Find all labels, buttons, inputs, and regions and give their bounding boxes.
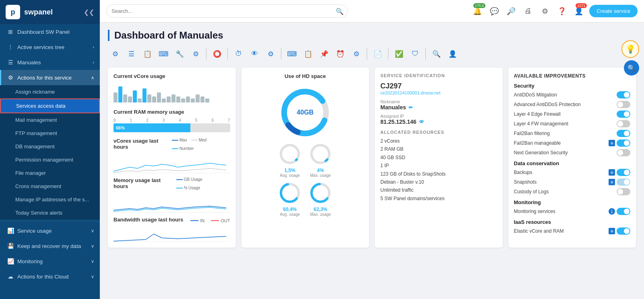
fail2ban-mgmt-grid-icon[interactable]: ⊞	[609, 140, 615, 146]
toolbar-icon-13[interactable]: ⏰	[333, 47, 347, 61]
toolbar-icon-8[interactable]: 👁	[247, 47, 262, 61]
fail2ban-toggle[interactable]	[617, 130, 630, 137]
toolbar-icon-5[interactable]: ⚙	[188, 47, 203, 61]
toolbar-icon-19[interactable]: 👤	[445, 47, 460, 61]
chevron-keep-recover-icon: ∨	[91, 244, 94, 249]
toolbar-icon-3[interactable]: ⌨	[156, 47, 171, 61]
max-sub: Max. usage	[310, 173, 331, 178]
topbar-notifications-icon[interactable]: 🔔 175,8	[471, 5, 484, 18]
vcore-bar	[147, 94, 151, 102]
avg2-label: 60,4%	[283, 207, 297, 212]
snapshots-toggle[interactable]	[617, 178, 630, 186]
ram-bar-bg: 66%	[114, 123, 230, 132]
sidebar-subitems: Assign nickname Services access data Mai…	[0, 85, 100, 219]
search-input[interactable]	[106, 4, 348, 18]
monitoring-svc-label: Monitoring services	[514, 209, 555, 214]
sidebar-label-monitoring: Monitoring	[17, 258, 43, 264]
sidebar-header: p swpanel ❮❮	[0, 0, 100, 24]
layer4-fw-toggle[interactable]	[617, 120, 630, 127]
backups-grid-icon[interactable]: ⊞	[609, 169, 615, 176]
topbar-search2-icon[interactable]: 🔎	[505, 5, 518, 18]
toolbar-icon-6[interactable]: ⭕	[210, 47, 224, 61]
sidebar-label-service-usage: Service usage	[17, 228, 52, 234]
toolbar-icon-7[interactable]: ⏱	[231, 47, 246, 61]
fail2ban-mgmt-toggle[interactable]	[617, 139, 630, 147]
subitem-assign-nickname[interactable]: Assign nickname	[0, 85, 100, 98]
subitem-today-alerts[interactable]: Today Service alerts	[0, 206, 100, 219]
small-donut-avg: 1,5% Avg. usage	[278, 142, 302, 178]
fail2ban-mgmt-label: Fail2Ban manageable	[514, 140, 561, 146]
legend-max: Max	[172, 138, 187, 142]
subitem-mail-management[interactable]: Mail management	[0, 113, 100, 127]
toolbar-icon-18[interactable]: 🔍	[429, 47, 444, 61]
subitem-manage-ip[interactable]: Manage IP addresses of the s...	[0, 193, 100, 206]
hd-space-card: Use of HD space 40GB	[242, 68, 369, 248]
toolbar-icon-12[interactable]: 📌	[317, 47, 331, 61]
snapshots-grid-icon[interactable]: ⊞	[609, 179, 615, 185]
collapse-button[interactable]: ❮❮	[84, 8, 94, 16]
advanced-ddos-toggle[interactable]	[617, 101, 630, 108]
custody-toggle[interactable]	[617, 188, 630, 195]
nextgen-toggle[interactable]	[617, 149, 630, 156]
view-ip-icon[interactable]: 👁	[419, 119, 424, 125]
sidebar-item-service-usage[interactable]: 📊 Service usage ∨	[0, 223, 100, 238]
search-wrap: 🔍	[106, 4, 348, 18]
hint-bulb-bubble[interactable]: 💡	[621, 40, 639, 58]
topbar-settings-icon[interactable]: ⚙	[539, 5, 551, 18]
chevron-right-manuales-icon: ›	[93, 60, 94, 65]
vcores-svg	[114, 153, 230, 173]
topbar-printer-icon[interactable]: 🖨	[522, 5, 535, 18]
elastic-grid-icon[interactable]: ⊞	[609, 228, 615, 234]
monitoring-svc-toggle[interactable]	[617, 208, 630, 215]
toolbar-icon-9[interactable]: ⚙	[263, 47, 278, 61]
search-bubble[interactable]: 🔍	[624, 60, 639, 76]
toolbar-icon-15[interactable]: 📄	[370, 47, 385, 61]
sidebar-item-actions-service[interactable]: ⚙ Actions for this service ∧	[0, 70, 100, 85]
actions-cloud-icon: ☁	[7, 273, 14, 280]
elastic-toggle[interactable]	[617, 227, 630, 235]
sidebar-item-dashboard[interactable]: ⊞ Dashboard SW Panel	[0, 24, 100, 39]
toolbar-icon-16[interactable]: ✅	[392, 47, 406, 61]
topbar-user-icon[interactable]: 👤 1271	[572, 5, 585, 18]
toolbar-icon-10[interactable]: ⌨	[285, 47, 299, 61]
subitem-crons-management[interactable]: Crons management	[0, 180, 100, 193]
toolbar-icon-2[interactable]: 📋	[140, 47, 155, 61]
subitem-services-access-data[interactable]: Services access data	[0, 98, 100, 113]
legend-med: Med	[191, 138, 206, 142]
subitem-permission-management[interactable]: Permission management	[0, 153, 100, 166]
advanced-ddos-toggle-wrap	[617, 101, 630, 108]
subitem-ftp-management[interactable]: FTP management	[0, 127, 100, 140]
antiddos-toggle[interactable]	[617, 91, 630, 98]
sidebar-item-monitoring[interactable]: 📈 Monitoring ∨	[0, 254, 100, 269]
topbar-help-icon[interactable]: ❓	[555, 5, 568, 18]
toolbar-icon-1[interactable]: ☰	[124, 47, 138, 61]
backups-toggle[interactable]	[617, 169, 630, 176]
sidebar-item-keep-recover[interactable]: 💾 Keep and recover my data ∨	[0, 238, 100, 254]
toolbar-separator-5	[388, 48, 388, 59]
alloc-item-5: Debian - Buster v.10	[380, 178, 497, 186]
bandwidth-svg	[114, 226, 230, 242]
main-area: 🔍 🔔 175,8 💬 🔎 🖨 ⚙ ❓ 👤 1271 Create servic…	[100, 0, 644, 299]
subitem-label-services-access-data: Services access data	[16, 103, 66, 109]
subitem-db-management[interactable]: DB management	[0, 140, 100, 153]
toolbar-icon-11[interactable]: 📋	[301, 47, 315, 61]
antiddos-toggle-wrap	[617, 91, 630, 98]
sidebar-item-active-services[interactable]: ⋮ Active services tree ›	[0, 39, 100, 55]
actions-service-icon: ⚙	[7, 74, 14, 81]
elastic-label: Elastic vCore and RAM	[514, 228, 564, 234]
topbar-messages-icon[interactable]: 💬	[488, 5, 501, 18]
toolbar-icon-17[interactable]: 🛡	[408, 47, 422, 61]
subitem-file-manager[interactable]: File manager	[0, 166, 100, 180]
toolbar-icon-14[interactable]: ⚙	[349, 47, 363, 61]
sidebar-item-manuales[interactable]: ☰ Manuales ›	[0, 55, 100, 70]
layer4-edge-toggle[interactable]	[617, 111, 630, 118]
service-id-domain: ce20220124100001.dnssw.net	[380, 90, 497, 95]
ram-title: Current RAM memory usage	[114, 109, 230, 115]
sidebar-item-actions-cloud[interactable]: ☁ Actions for this Cloud ∨	[0, 269, 100, 284]
active-services-icon: ⋮	[7, 44, 14, 50]
toolbar-icon-4[interactable]: 🔧	[172, 47, 187, 61]
create-service-button[interactable]: Create service	[589, 5, 638, 17]
toolbar-icon-0[interactable]: ⚙	[108, 47, 122, 61]
avail-title: AVAILABLE IMPROVEMENTS	[514, 73, 631, 79]
edit-nickname-icon[interactable]: ✏	[409, 104, 413, 111]
